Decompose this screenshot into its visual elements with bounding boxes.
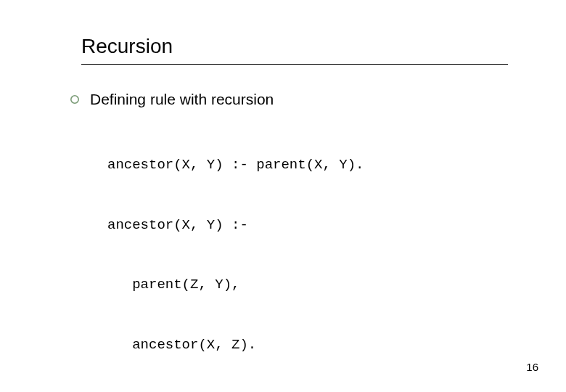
svg-point-0 — [71, 96, 78, 103]
slide: Recursion Defining rule with recursion a… — [0, 0, 566, 392]
bullet-item: Defining rule with recursion — [70, 91, 515, 108]
bullet-text: Defining rule with recursion — [90, 91, 274, 108]
title-rule — [81, 64, 508, 65]
code-line: ancestor(X, Y) :- parent(X, Y). — [107, 155, 515, 176]
page-number: 16 — [526, 361, 538, 373]
circle-bullet-icon — [70, 94, 80, 105]
slide-title: Recursion — [81, 35, 515, 64]
title-wrap: Recursion — [81, 35, 515, 64]
code-line: parent(Z, Y), — [107, 275, 515, 295]
code-line: ancestor(X, Z). — [107, 335, 515, 356]
code-line: ancestor(X, Y) :- — [107, 216, 515, 236]
code-block: ancestor(X, Y) :- parent(X, Y). ancestor… — [107, 115, 515, 392]
